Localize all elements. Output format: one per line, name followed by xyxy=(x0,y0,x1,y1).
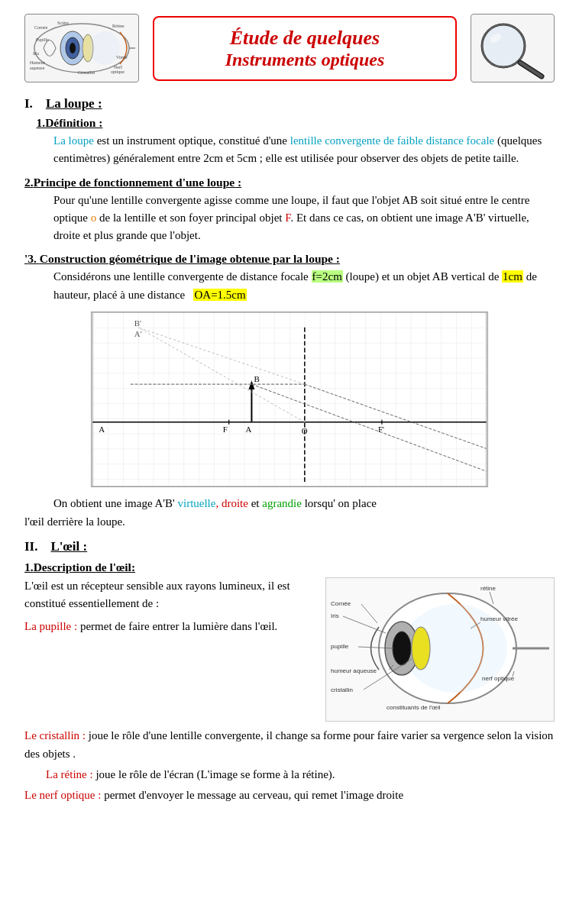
oa-value: OA=1.5cm xyxy=(193,289,246,301)
section-2: II. L'œil : xyxy=(24,539,555,554)
svg-text:B': B' xyxy=(134,318,141,328)
cristallin-para: Le cristallin : joue le rôle d'une lenti… xyxy=(24,726,555,763)
svg-text:Iris: Iris xyxy=(33,51,40,56)
retine-text: joue le rôle de l'écran (L'image se form… xyxy=(93,768,335,780)
svg-text:Scière: Scière xyxy=(57,21,69,25)
svg-point-50 xyxy=(412,627,430,670)
subsection-1-2-title: 2.Principe de fonctionnement d'une loupe… xyxy=(24,176,241,189)
svg-text:Cornée: Cornée xyxy=(34,25,48,30)
cristallin-label: Le cristallin : xyxy=(24,729,86,741)
nerf-para: Le nerf optique : permet d'envoyer le me… xyxy=(24,786,555,804)
svg-text:humeur vitrée: humeur vitrée xyxy=(480,615,518,622)
comma1: , xyxy=(215,497,218,509)
center-o: o xyxy=(91,212,97,224)
retine-para: La rétine : joue le rôle de l'écran (L'i… xyxy=(24,765,555,783)
eye-anatomy-diagram: Cornée rétine Iris pupille humeur vitrée… xyxy=(325,577,555,722)
svg-text:A: A xyxy=(99,424,105,433)
svg-text:aqueuse: aqueuse xyxy=(30,66,45,70)
section-2-title: L'œil : xyxy=(50,539,87,554)
section-2-num: II. xyxy=(24,539,50,554)
virtuelle-word: virtuelle xyxy=(177,497,215,509)
svg-line-22 xyxy=(520,63,542,76)
nerf-text: permet d'envoyer le message au cerveau, … xyxy=(101,789,403,801)
svg-text:O: O xyxy=(302,425,308,435)
oeil-derriere: l'œil derrière la loupe. xyxy=(24,515,555,528)
svg-text:rétine: rétine xyxy=(480,585,497,592)
eye-anatomy-text: L'œil est un récepteur sensible aux rayo… xyxy=(24,577,315,635)
subsection-1-1: 1.Définition : xyxy=(24,116,555,130)
oeil-para1: L'œil est un récepteur sensible aux rayo… xyxy=(24,577,315,613)
header-title-main: Étude de quelques xyxy=(173,27,437,50)
subsection-1-3: '3. Construction géométrique de l'image … xyxy=(24,252,555,266)
section-1: I. La loupe : xyxy=(24,96,555,111)
header-magnifier-image xyxy=(471,14,555,82)
svg-text:B: B xyxy=(254,374,259,383)
droite-word: droite xyxy=(222,497,248,509)
construction-result: On obtient une image A'B' virtuelle, dro… xyxy=(53,495,555,512)
grid-diagram-container: A B F F' O B' A' A xyxy=(24,312,555,487)
svg-text:humeur aqueuse: humeur aqueuse xyxy=(331,667,377,674)
svg-text:Rétine: Rétine xyxy=(112,24,125,28)
svg-rect-24 xyxy=(92,312,486,486)
f-value: f=2cm xyxy=(312,270,343,283)
subsection-2-1: 1.Description de l'œil: xyxy=(24,561,555,574)
ab-value: 1cm xyxy=(502,270,523,283)
bottom-paragraphs: Le cristallin : joue le rôle d'une lenti… xyxy=(24,726,555,804)
construction-para1: Considérons une lentille convergente de … xyxy=(53,268,555,304)
nerf-label: Le nerf optique : xyxy=(24,789,101,801)
agrandie-word: agrandie xyxy=(262,497,302,509)
svg-text:cristallin: cristallin xyxy=(331,687,353,693)
subsection-1-2: 2.Principe de fonctionnement d'une loupe… xyxy=(24,176,555,189)
subsection-1-3-title: '3. Construction géométrique de l'image … xyxy=(24,252,340,265)
section-1-title: La loupe : xyxy=(46,96,102,111)
subsection-1-1-title: 1.Définition : xyxy=(37,116,103,129)
svg-text:nerf optique: nerf optique xyxy=(482,675,515,682)
loupe-word: La loupe xyxy=(53,134,94,147)
svg-text:Pupille: Pupille xyxy=(36,37,49,42)
construction-diagram: A B F F' O B' A' A xyxy=(91,312,488,487)
header-eye-image: Cornée Scière Pupille Iris Humeur aqueus… xyxy=(24,14,139,82)
pupille-para: La pupille : permet de faire entrer la l… xyxy=(24,618,315,635)
svg-text:Cornée: Cornée xyxy=(331,600,351,607)
svg-text:F: F xyxy=(223,424,228,433)
lentille-convergente: lentille convergente de faible distance … xyxy=(290,134,495,147)
svg-text:A': A' xyxy=(134,328,142,338)
svg-text:constituants de l'œil: constituants de l'œil xyxy=(387,704,441,711)
svg-point-5 xyxy=(89,31,120,65)
svg-text:A: A xyxy=(246,424,252,433)
header-title-sub: Instruments optiques xyxy=(173,50,437,70)
svg-text:Humeur: Humeur xyxy=(30,60,45,65)
svg-point-49 xyxy=(393,632,411,665)
subsection-1-1-num xyxy=(24,116,37,129)
header-title-box: Étude de quelques Instruments optiques xyxy=(153,16,457,81)
svg-text:pupille: pupille xyxy=(331,643,349,650)
eye-anatomy-row: L'œil est un récepteur sensible aux rayo… xyxy=(24,577,555,722)
svg-text:Cristallin: Cristallin xyxy=(78,70,95,75)
foyer-f: F xyxy=(285,212,290,224)
svg-text:Vitrée: Vitrée xyxy=(116,55,128,60)
principe-para: Pour qu'une lentille convergente agisse … xyxy=(53,192,555,245)
cristallin-text: joue le rôle d'une lentille convergente,… xyxy=(24,729,553,760)
svg-text:optique: optique xyxy=(111,69,125,74)
svg-text:Iris: Iris xyxy=(331,612,339,619)
subsection-2-1-title: 1.Description de l'œil: xyxy=(24,561,135,573)
pupille-label: La pupille : xyxy=(24,620,77,632)
retine-label: La rétine : xyxy=(46,768,93,780)
page-header: Cornée Scière Pupille Iris Humeur aqueus… xyxy=(24,14,555,82)
svg-point-3 xyxy=(70,43,76,53)
section-1-num: I. xyxy=(24,96,46,111)
definition-para: La loupe est un instrument optique, cons… xyxy=(53,132,555,168)
